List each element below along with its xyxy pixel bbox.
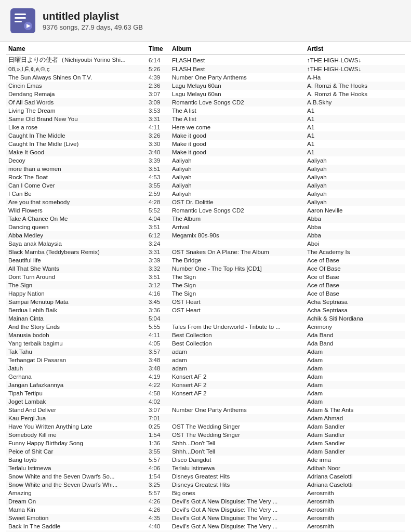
table-row[interactable]: Jangan Lafazkannya4:22Konsert AF 2Adam bbox=[6, 381, 405, 389]
table-row[interactable]: Saya anak Malaysia3:24Aboi bbox=[6, 240, 405, 248]
song-album: adam bbox=[170, 348, 305, 356]
table-row[interactable]: Manusia bodoh4:11Best CollectionAda Band bbox=[6, 331, 405, 339]
table-row[interactable]: Decoy3:39AaliyahAaliyah bbox=[6, 156, 405, 165]
table-row[interactable]: Yang terbaik bagimu4:05Best CollectionAd… bbox=[6, 339, 405, 348]
table-row[interactable]: Berdua Lebih Baik3:36OST HeartAcha Septr… bbox=[6, 306, 405, 314]
table-row[interactable]: Mainan Cinta5:04Achik & Siti Nordiana bbox=[6, 314, 405, 323]
table-row[interactable]: Beautiful life3:39The BridgeAce of Base bbox=[6, 256, 405, 264]
table-row[interactable]: Black Mamba (Teddybears Remix)3:31OST Sn… bbox=[6, 248, 405, 256]
table-row[interactable]: Tipah Tertipu4:58Konsert AF 2Adam bbox=[6, 389, 405, 397]
table-row[interactable]: Are you that somebody4:28OST Dr. Dolittl… bbox=[6, 198, 405, 206]
song-artist: Adam bbox=[305, 373, 405, 381]
song-time: 4:39 bbox=[147, 73, 170, 82]
song-time: 3:12 bbox=[147, 281, 170, 289]
song-time: 5:04 bbox=[147, 314, 170, 323]
song-time: 4:40 bbox=[147, 522, 170, 530]
song-name: Black Mamba (Teddybears Remix) bbox=[6, 248, 147, 256]
table-row[interactable]: Can I Come Over3:55AaliyahAaliyah bbox=[6, 181, 405, 190]
song-artist: Acrimony bbox=[305, 323, 405, 331]
table-row[interactable]: I Can Be2:59AaliyahAaliyah bbox=[6, 190, 405, 198]
song-time: 1:54 bbox=[147, 472, 170, 481]
table-row[interactable]: Of All Sad Words3:09Romantic Love Songs … bbox=[6, 98, 405, 107]
song-name: Sampai Menutup Mata bbox=[6, 298, 147, 306]
table-row[interactable]: Living The Dream3:53The A listA1 bbox=[6, 107, 405, 115]
table-header-row: Name Time Album Artist bbox=[6, 42, 405, 55]
table-row[interactable]: Caught In The Midle (Live)3:30Make it go… bbox=[6, 140, 405, 148]
song-time: 3:30 bbox=[147, 140, 170, 148]
table-row[interactable]: Dream On4:26Devil's Got A New Disguise: … bbox=[6, 497, 405, 506]
song-name: Terhangat Di Pasaran bbox=[6, 356, 147, 364]
song-album: Make it good bbox=[170, 148, 305, 156]
table-row[interactable]: Make It Good3:40Make it goodA1 bbox=[6, 148, 405, 156]
table-row[interactable]: Bang toyib5:57Disco DangdutAde irma bbox=[6, 456, 405, 464]
table-row[interactable]: more than a women3:51AaliyahAaliyah bbox=[6, 165, 405, 173]
col-header-name: Name bbox=[6, 42, 147, 55]
table-row[interactable]: And the Story Ends5:55Tales From the Und… bbox=[6, 323, 405, 331]
table-row[interactable]: Sampai Menutup Mata3:45OST HeartAcha Sep… bbox=[6, 298, 405, 306]
song-album: Terlalu Istimewa bbox=[170, 464, 305, 472]
table-row[interactable]: Like a rose4:11Here we comeA1 bbox=[6, 123, 405, 131]
song-album bbox=[170, 414, 305, 422]
table-row[interactable]: Dendang Remaja3:07Lagu Melayu 60anA. Rom… bbox=[6, 90, 405, 98]
table-row[interactable]: Happy Nation4:16The SignAce of Base bbox=[6, 289, 405, 298]
song-time: 4:06 bbox=[147, 464, 170, 472]
song-name: Dream On bbox=[6, 497, 147, 506]
table-row[interactable]: Have You Written Anything Late0:25OST Th… bbox=[6, 422, 405, 431]
table-row[interactable]: Amazing5:57Big onesAerosmith bbox=[6, 489, 405, 497]
table-row[interactable]: Tak Tahu3:57adamAdam bbox=[6, 348, 405, 356]
table-row[interactable]: Same Old Brand New You3:31The A listA1 bbox=[6, 115, 405, 123]
table-row[interactable]: Dancing queen3:51ArrivalAbba bbox=[6, 223, 405, 231]
table-row[interactable]: Mama Kin4:26Devil's Got A New Disguise: … bbox=[6, 506, 405, 514]
table-row[interactable]: Stand And Deliver3:07Number One Party An… bbox=[6, 406, 405, 414]
song-name: Yang terbaik bagimu bbox=[6, 339, 147, 348]
song-name: Like a rose bbox=[6, 123, 147, 131]
song-album: Lagu Melayu 60an bbox=[170, 82, 305, 90]
song-artist: Abba bbox=[305, 231, 405, 240]
song-time: 1:54 bbox=[147, 431, 170, 439]
song-artist: Ace of Base bbox=[305, 289, 405, 298]
table-row[interactable]: Wild Flowers5:52Romantic Love Songs CD2A… bbox=[6, 206, 405, 215]
table-row[interactable]: All That She Wants3:32Number One - The T… bbox=[6, 264, 405, 273]
table-row[interactable]: Terlalu Istimewa4:06Terlalu IstimewaAdib… bbox=[6, 464, 405, 472]
table-row[interactable]: 日曜日よりの使者（Nichiyoubi Yorino Shi...6:14FLA… bbox=[6, 55, 405, 65]
table-row[interactable]: Sweet Emotion4:35Devil's Got A New Disgu… bbox=[6, 514, 405, 522]
table-row[interactable]: 08,»,I,Ë,¢,é,©,ç5:26FLASH Best↑THE HIGH-… bbox=[6, 65, 405, 73]
table-row[interactable]: Rock The Boat4:53AaliyahAaliyah bbox=[6, 173, 405, 181]
table-row[interactable]: Somebody Kill me1:54OST The Wedding Sing… bbox=[6, 431, 405, 439]
song-artist: Aaliyah bbox=[305, 165, 405, 173]
table-row[interactable]: Cincin Emas2:36Lagu Melayu 60anA. Romzi … bbox=[6, 82, 405, 90]
song-artist: Aerosmith bbox=[305, 506, 405, 514]
table-row[interactable]: Snow White and the Seven Dwarfs So...1:5… bbox=[6, 472, 405, 481]
table-row[interactable]: Dont Turn Around3:51The SignAce of Base bbox=[6, 273, 405, 281]
song-name: more than a women bbox=[6, 165, 147, 173]
song-album: Romantic Love Songs CD2 bbox=[170, 206, 305, 215]
song-album: OST Dr. Dolittle bbox=[170, 198, 305, 206]
song-artist: Acha Septriasa bbox=[305, 306, 405, 314]
table-row[interactable]: Take A Chance On Me4:04The AlbumAbba bbox=[6, 215, 405, 223]
table-row[interactable]: Jatuh3:48adamAdam bbox=[6, 364, 405, 373]
song-name: The Sign bbox=[6, 281, 147, 289]
song-time: 5:55 bbox=[147, 323, 170, 331]
table-row[interactable]: The Sun Always Shines On T.V.4:39Number … bbox=[6, 73, 405, 82]
table-row[interactable]: The Sign3:12The SignAce of Base bbox=[6, 281, 405, 289]
table-row[interactable]: Terhangat Di Pasaran3:48adamAdam bbox=[6, 356, 405, 364]
song-artist: Adam Sandler bbox=[305, 431, 405, 439]
table-row[interactable]: Joget Lambak4:02Adam bbox=[6, 397, 405, 406]
table-row[interactable]: Snow White and the Seven Dwarfs Whi...3:… bbox=[6, 481, 405, 489]
song-name: Back In The Saddle bbox=[6, 522, 147, 530]
table-row[interactable]: Funny Happy Birthday Song1:36Shhh...Don'… bbox=[6, 439, 405, 447]
song-name: Can I Come Over bbox=[6, 181, 147, 190]
song-time: 4:19 bbox=[147, 373, 170, 381]
table-row[interactable]: Caught In The Middle3:26Make it goodA1 bbox=[6, 131, 405, 140]
song-album: Konsert AF 2 bbox=[170, 381, 305, 389]
song-album: Lagu Melayu 60an bbox=[170, 90, 305, 98]
song-name: Stand And Deliver bbox=[6, 406, 147, 414]
table-row[interactable]: Back In The Saddle4:40Devil's Got A New … bbox=[6, 522, 405, 530]
song-album: adam bbox=[170, 364, 305, 373]
song-time: 3:48 bbox=[147, 364, 170, 373]
table-row[interactable]: Abba Medley6:12Megamix 80s-90sAbba bbox=[6, 231, 405, 240]
table-row[interactable]: Gerhana4:19Konsert AF 2Adam bbox=[6, 373, 405, 381]
song-name: Caught In The Midle (Live) bbox=[6, 140, 147, 148]
table-row[interactable]: Peice of Shit Car3:55Shhh...Don't TellAd… bbox=[6, 447, 405, 456]
table-row[interactable]: Kau Pergi Jua7:01Adam Ahmad bbox=[6, 414, 405, 422]
